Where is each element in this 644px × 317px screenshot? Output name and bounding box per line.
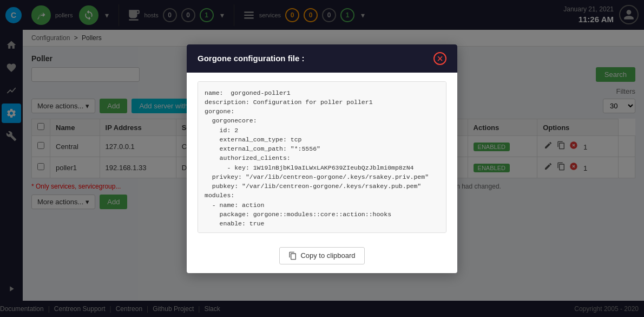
clipboard-icon (288, 251, 297, 260)
modal-close-button[interactable]: × (433, 52, 446, 65)
modal-header: Gorgone configuration file : × (187, 44, 457, 73)
modal-title: Gorgone configuration file : (198, 54, 305, 63)
modal-footer: Copy to clipboard (187, 242, 457, 273)
copy-to-clipboard-button[interactable]: Copy to clipboard (279, 247, 364, 264)
config-code[interactable]: name: gorgoned-poller1 description: Conf… (198, 81, 446, 233)
modal: Gorgone configuration file : × name: gor… (187, 44, 457, 273)
modal-body: name: gorgoned-poller1 description: Conf… (187, 73, 457, 242)
modal-overlay[interactable]: Gorgone configuration file : × name: gor… (0, 0, 644, 317)
copy-button-label: Copy to clipboard (300, 251, 355, 260)
